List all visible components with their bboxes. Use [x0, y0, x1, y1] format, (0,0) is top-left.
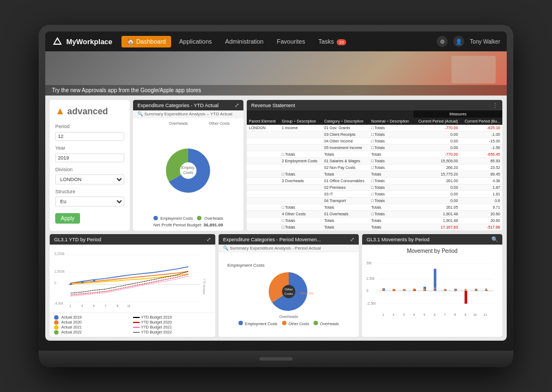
svg-text:1,600k: 1,600k	[54, 269, 65, 273]
settings-icon[interactable]: ⚙	[437, 36, 448, 47]
advanced-logo-icon: ▲	[55, 105, 65, 117]
svg-point-24	[282, 285, 295, 298]
cell-group	[280, 145, 322, 151]
col-current-actual: Current Period (Actual)	[413, 118, 460, 125]
movement-svg: 5M 2.5M 0 -2.5M	[365, 256, 499, 322]
cell-actual: -770.00	[413, 125, 460, 131]
nav-administration[interactable]: Administration	[220, 36, 269, 47]
svg-point-61	[413, 288, 416, 290]
pie-labels: Overheads Other Costs	[136, 121, 240, 125]
app-name: MyWorkplace	[66, 38, 113, 46]
top-row: ▲ advanced Period Year Divi	[50, 100, 502, 231]
nav-right: ⚙ 👤 Tony Walker	[437, 36, 500, 47]
legend-actual-2019: Actual 2019	[54, 315, 132, 320]
svg-text:-4.8M: -4.8M	[54, 301, 63, 305]
cell-nominal: □ Totals	[369, 211, 414, 218]
svg-text:7: 7	[105, 304, 107, 308]
table-row: □ Totals Totals Totals 17,167.83 -517.68	[247, 224, 502, 231]
cell-category: Totals	[322, 171, 369, 178]
col-nominal: Nominal ÷ Description	[369, 118, 414, 125]
nav-dashboard[interactable]: 🏠 Dashboard	[121, 36, 172, 47]
svg-text:Other Costs: Other Costs	[300, 292, 314, 295]
table-row: 4 Other Costs 01 Overheads □ Totals 1,90…	[247, 211, 502, 218]
cell-actual: 0.00	[413, 184, 460, 191]
cell-category: 02 Premises	[322, 184, 369, 191]
cell-budget: 0.6	[460, 198, 502, 204]
table-row: 04 Other Income □ Totals 0.00 -15.00	[247, 138, 502, 145]
nav-tasks[interactable]: Tasks 10	[313, 36, 352, 47]
cell-category: 04 Transport	[322, 198, 369, 204]
period-input[interactable]	[55, 132, 124, 141]
svg-text:2: 2	[392, 313, 394, 316]
line-ytd-2020	[133, 322, 140, 323]
main-content: ▲ advanced Period Year Divi	[45, 96, 507, 341]
division-label: Division	[55, 167, 124, 172]
cell-parent	[247, 151, 280, 158]
svg-text:9: 9	[116, 304, 118, 308]
svg-point-58	[383, 288, 385, 290]
expand-icon[interactable]: ⤢	[235, 102, 239, 108]
period-group: Period	[55, 124, 124, 141]
movement-panel: GL3.1 Movements by Period 🔍 Movement by …	[362, 234, 502, 337]
col-group: Group ÷ Description	[280, 118, 322, 125]
movement-header: GL3.1 Movements by Period 🔍	[362, 234, 502, 245]
cell-category: Totals	[322, 224, 369, 231]
nav-applications[interactable]: Applications	[173, 36, 217, 47]
cell-budget: -15.00	[460, 138, 502, 145]
cell-nominal: □ Totals	[369, 158, 414, 165]
cell-nominal: □ Totals	[369, 178, 414, 184]
legend-actual-2022: Actual 2022	[54, 330, 132, 335]
cell-nominal: Totals	[369, 204, 414, 211]
svg-text:Costs: Costs	[284, 292, 293, 295]
cell-parent	[247, 158, 280, 165]
expenditure-period-header: Expenditure Categories - Period Movemen.…	[219, 234, 359, 245]
gl-ytd-expand[interactable]: ⤢	[206, 236, 211, 242]
other-dot	[282, 321, 286, 325]
laptop-screen: MyWorkplace 🏠 Dashboard Applications Adm…	[45, 31, 507, 341]
other-costs-label: Other Costs	[209, 121, 230, 125]
line-ytd-2019	[133, 317, 140, 318]
cell-group	[280, 191, 322, 198]
svg-point-62	[423, 288, 426, 290]
expenditure-ytd-subheader: 🔍 Summary Expenditure Analysis – YTD Act…	[133, 110, 243, 118]
nav-favourites[interactable]: Favourites	[272, 36, 311, 47]
search-icon: 🔍	[137, 112, 143, 116]
cell-group	[280, 184, 322, 191]
cell-category: 03 IT	[322, 191, 369, 198]
cell-category: 04 Other Income	[322, 138, 369, 145]
revenue-options-icon[interactable]: ⋮	[492, 102, 498, 108]
legend-emp-costs: Employment Costs	[238, 321, 278, 326]
cell-actual: -770.00	[413, 151, 460, 158]
svg-point-65	[454, 289, 457, 292]
cell-parent	[247, 184, 280, 191]
table-row: 02 Non Pay Costs □ Totals 266.20 23.52	[247, 165, 502, 171]
cell-parent	[247, 218, 280, 224]
year-group: Year	[55, 145, 124, 162]
movement-zoom[interactable]: 🔍	[491, 236, 498, 242]
structure-select[interactable]: Eu	[55, 197, 124, 206]
cell-group: □ Totals	[280, 224, 322, 231]
apply-button[interactable]: Apply	[55, 213, 80, 224]
cell-group	[280, 198, 322, 204]
cell-actual: 17,167.83	[413, 224, 460, 231]
line-ytd-2021	[133, 327, 140, 328]
cell-group: □ Totals	[280, 204, 322, 211]
legend-overheads-period: Overheads	[314, 321, 339, 326]
table-row: 3 Overheads 01 Office Consumables □ Tota…	[247, 178, 502, 184]
svg-text:1: 1	[383, 313, 384, 316]
app-logo: MyWorkplace	[52, 36, 113, 47]
division-select[interactable]: LONDON	[55, 174, 124, 184]
table-row: □ Totals Totals Totals 261.05 9.71	[247, 204, 502, 211]
svg-text:10: 10	[473, 313, 476, 316]
tasks-badge: 10	[337, 39, 346, 45]
svg-point-66	[465, 289, 467, 291]
expenditure-period-panel: Expenditure Categories - Period Movemen.…	[219, 234, 359, 337]
year-input[interactable]	[55, 153, 124, 162]
exp-period-expand[interactable]: ⤢	[350, 236, 354, 242]
dot-actual-2021	[54, 325, 59, 330]
username: Tony Walker	[470, 39, 500, 45]
cell-budget: 89.45	[460, 171, 502, 178]
user-avatar[interactable]: 👤	[453, 36, 464, 47]
home-icon: 🏠	[127, 38, 136, 45]
revenue-header: Revenue Statement ⋮	[247, 100, 502, 110]
